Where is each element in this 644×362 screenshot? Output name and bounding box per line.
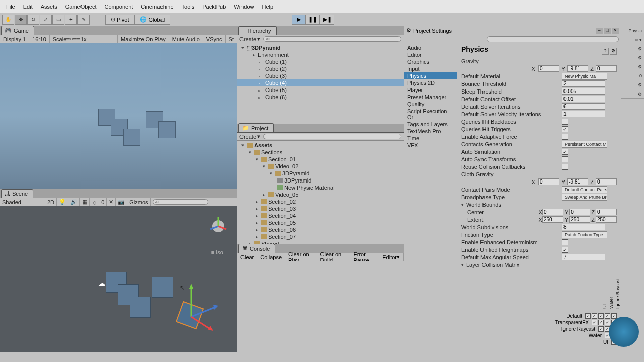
- 2d-toggle[interactable]: 2D: [45, 198, 57, 206]
- hierarchy-item[interactable]: ▸Environment: [237, 51, 404, 58]
- hierarchy-item[interactable]: ▫Cube (6): [237, 94, 404, 101]
- maximize-toggle[interactable]: Maximize On Play: [118, 35, 169, 43]
- camera-toggle[interactable]: 📷: [116, 198, 127, 206]
- tool-move[interactable]: ✥: [15, 15, 27, 25]
- console-editor[interactable]: Editor ▾: [379, 253, 404, 261]
- fx-toggle[interactable]: ▦: [80, 198, 90, 206]
- matrix-check[interactable]: ✓: [592, 313, 597, 319]
- pause-button[interactable]: ❚❚: [306, 15, 320, 25]
- cat-audio[interactable]: Audio: [404, 44, 457, 51]
- project-file[interactable]: 3DPyramid: [237, 177, 404, 184]
- heightmaps-check[interactable]: ✓: [562, 247, 568, 253]
- inspector-header[interactable]: Physic: [621, 26, 644, 35]
- queries-triggers-check[interactable]: ✓: [562, 126, 568, 132]
- window-maximize[interactable]: □: [604, 28, 611, 34]
- hierarchy-scene-root[interactable]: ▾⬚3DPyramid: [237, 44, 404, 51]
- center-x[interactable]: [542, 209, 564, 215]
- inspector-row[interactable]: ⚙: [621, 89, 644, 99]
- tab-hierarchy[interactable]: ≡Hierarchy: [238, 26, 277, 35]
- stats-toggle[interactable]: St: [226, 35, 237, 43]
- window-minimize[interactable]: –: [596, 28, 603, 34]
- friction-dropdown[interactable]: Patch Friction Type: [562, 231, 607, 238]
- cat-preset[interactable]: Preset Manager: [404, 94, 457, 101]
- scene-search[interactable]: [153, 199, 208, 205]
- tool-rotate[interactable]: ↻: [27, 15, 39, 25]
- settings-content[interactable]: Physics?⚙ Gravity XYZ Default MaterialNe…: [457, 43, 621, 352]
- gear-icon[interactable]: ⚙: [610, 48, 617, 55]
- shading-dropdown[interactable]: Shaded: [0, 198, 45, 206]
- cat-physics2d[interactable]: Physics 2D: [404, 79, 457, 86]
- project-folder[interactable]: ▾Assets: [237, 142, 404, 149]
- tool-rect[interactable]: ▭: [52, 15, 64, 25]
- bounce-threshold[interactable]: [562, 80, 605, 87]
- tab-console[interactable]: ⌘Console: [238, 244, 275, 253]
- menu-edit[interactable]: Edit: [19, 2, 37, 12]
- cloth-gravity-z[interactable]: [596, 178, 617, 185]
- tab-scene[interactable]: 🏞Scene: [1, 189, 33, 198]
- cat-quality[interactable]: Quality: [404, 101, 457, 108]
- space-toggle[interactable]: 🌐Global: [134, 15, 170, 25]
- adaptive-force-check[interactable]: [562, 134, 568, 140]
- project-folder[interactable]: ▾Section_01: [237, 156, 404, 163]
- matrix-check[interactable]: ✓: [598, 326, 604, 332]
- cat-input[interactable]: Input: [404, 65, 457, 72]
- cloth-gravity-x[interactable]: [538, 178, 559, 185]
- gravity-y[interactable]: [567, 65, 588, 72]
- matrix-check[interactable]: ✓: [592, 320, 597, 325]
- tab-game[interactable]: 🎮Game: [1, 26, 34, 35]
- hierarchy-item-selected[interactable]: ▫Cube (4): [237, 79, 404, 86]
- matrix-check[interactable]: ✓: [611, 313, 617, 319]
- gizmo-toggle-3[interactable]: ✕: [107, 198, 116, 206]
- hierarchy-item[interactable]: ▫Cube (3): [237, 72, 404, 79]
- hierarchy-item[interactable]: ▫Cube (1): [237, 58, 404, 65]
- cat-physics[interactable]: Physics: [404, 72, 457, 79]
- display-dropdown[interactable]: Display 1: [0, 35, 29, 43]
- default-material-field[interactable]: New Physic Ma: [562, 73, 607, 80]
- tool-scale[interactable]: ⤢: [40, 15, 52, 25]
- cat-tmp[interactable]: TextMesh Pro: [404, 128, 457, 135]
- project-create[interactable]: Create: [239, 134, 256, 140]
- gravity-x[interactable]: [538, 65, 559, 72]
- project-folder[interactable]: ▸Section_02: [237, 198, 404, 205]
- auto-sync-check[interactable]: [562, 156, 568, 162]
- console-clear-build[interactable]: Clear on Build: [317, 253, 351, 261]
- menu-gameobject[interactable]: GameObject: [61, 2, 101, 12]
- project-search[interactable]: [263, 134, 401, 139]
- gizmos-dropdown[interactable]: Gizmos: [127, 198, 150, 206]
- project-folder[interactable]: ▸Section_04: [237, 212, 404, 219]
- project-folder[interactable]: ▸Section_07: [237, 233, 404, 240]
- tool-transform[interactable]: ✦: [65, 15, 77, 25]
- scale-slider[interactable]: Scale ━○━━ 1x: [50, 35, 118, 43]
- inspector-row[interactable]: ⚙: [621, 44, 644, 53]
- inspector-row[interactable]: ⚙: [621, 62, 644, 71]
- inspector-value[interactable]: 0: [621, 71, 644, 80]
- play-button[interactable]: ▶: [292, 15, 306, 25]
- matrix-check[interactable]: ✓: [598, 320, 604, 325]
- cat-time[interactable]: Time: [404, 135, 457, 142]
- project-folder[interactable]: ▾3DPyramid: [237, 170, 404, 177]
- matrix-check[interactable]: ✓: [605, 313, 610, 319]
- project-folder[interactable]: ▸Section_05: [237, 219, 404, 226]
- determinism-check[interactable]: [562, 239, 568, 245]
- menu-file[interactable]: File: [2, 2, 19, 12]
- broadphase-dropdown[interactable]: Sweep And Prune Bro: [562, 194, 607, 201]
- cat-vfx[interactable]: VFX: [404, 142, 457, 149]
- project-folder[interactable]: ▾Sections: [237, 149, 404, 156]
- tab-project[interactable]: 📁Project: [238, 123, 274, 132]
- contact-offset[interactable]: [562, 96, 605, 102]
- console-body[interactable]: [237, 261, 404, 352]
- extent-x[interactable]: [542, 216, 564, 223]
- reuse-collision-check[interactable]: [562, 164, 568, 170]
- menu-help[interactable]: Help: [258, 2, 277, 12]
- menu-packtpub[interactable]: PacktPub: [198, 2, 230, 12]
- matrix-check[interactable]: ✓: [585, 313, 591, 319]
- matrix-check[interactable]: ✓: [598, 313, 604, 319]
- cat-player[interactable]: Player: [404, 86, 457, 94]
- queries-backfaces-check[interactable]: [562, 119, 568, 125]
- menu-assets[interactable]: Assets: [37, 2, 61, 12]
- cat-editor[interactable]: Editor: [404, 51, 457, 58]
- hierarchy-item[interactable]: ▫Cube (2): [237, 65, 404, 72]
- console-collapse[interactable]: Collapse: [257, 253, 285, 261]
- cat-script-exec[interactable]: Script Execution Or: [404, 108, 457, 121]
- inspector-row[interactable]: tic ▾: [621, 35, 644, 44]
